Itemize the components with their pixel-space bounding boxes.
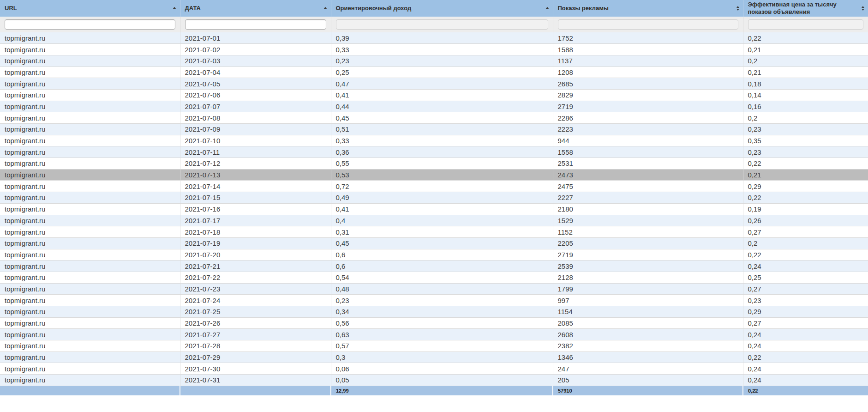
cell-url: topmigrant.ru	[0, 78, 180, 90]
table-row[interactable]: topmigrant.ru2021-07-010,3917520,22	[0, 32, 868, 44]
cell-cpm: 0,22	[743, 249, 868, 261]
filter-input-url[interactable]	[5, 19, 175, 30]
cell-income: 0,45	[331, 112, 553, 124]
filter-cell-cpm	[743, 17, 868, 32]
filter-cell-income	[331, 17, 553, 32]
totals-cell-cpm: 0,22	[743, 386, 868, 395]
cell-date: 2021-07-18	[180, 226, 331, 238]
table-row[interactable]: topmigrant.ru2021-07-040,2512080,21	[0, 67, 868, 78]
table-row[interactable]: topmigrant.ru2021-07-170,415290,26	[0, 215, 868, 226]
cell-impressions: 1208	[553, 67, 743, 78]
table-row[interactable]: topmigrant.ru2021-07-060,4128290,14	[0, 89, 868, 101]
table-row[interactable]: topmigrant.ru2021-07-190,4522050,2	[0, 237, 868, 249]
filter-input-impressions	[558, 19, 738, 30]
cell-date: 2021-07-29	[180, 351, 331, 363]
cell-impressions: 1152	[553, 226, 743, 238]
cell-income: 0,47	[331, 78, 553, 90]
cell-url: topmigrant.ru	[0, 375, 180, 386]
table-row[interactable]: topmigrant.ru2021-07-120,5525310,22	[0, 158, 868, 170]
cell-income: 0,4	[331, 215, 553, 226]
table-row[interactable]: topmigrant.ru2021-07-300,062470,24	[0, 363, 868, 375]
table-row[interactable]: topmigrant.ru2021-07-200,627190,22	[0, 249, 868, 261]
totals-cell-impressions: 57910	[553, 386, 743, 395]
cell-date: 2021-07-08	[180, 112, 331, 124]
totals-cell-url	[0, 386, 180, 395]
cell-income: 0,05	[331, 375, 553, 386]
filter-input-cpm	[748, 19, 864, 30]
table-row[interactable]: topmigrant.ru2021-07-240,239970,23	[0, 295, 868, 306]
column-header-cpm[interactable]: Эффективная цена за тысячу показов объяв…	[743, 0, 868, 17]
cell-impressions: 2473	[553, 169, 743, 181]
column-header-date[interactable]: ДАТА	[180, 0, 331, 17]
table-row[interactable]: topmigrant.ru2021-07-180,3111520,27	[0, 226, 868, 238]
cell-cpm: 0,29	[743, 181, 868, 192]
cell-income: 0,33	[331, 44, 553, 55]
cell-date: 2021-07-03	[180, 55, 331, 67]
cell-income: 0,06	[331, 363, 553, 375]
table-row[interactable]: topmigrant.ru2021-07-050,4726850,18	[0, 78, 868, 90]
filter-cell-url	[0, 17, 180, 32]
cell-cpm: 0,24	[743, 340, 868, 352]
cell-impressions: 1588	[553, 44, 743, 55]
column-header-url[interactable]: URL	[0, 0, 180, 17]
table-row[interactable]: topmigrant.ru2021-07-230,4817990,27	[0, 283, 868, 295]
table-row[interactable]: topmigrant.ru2021-07-290,313460,22	[0, 351, 868, 363]
table-row[interactable]: topmigrant.ru2021-07-220,5421280,25	[0, 272, 868, 283]
cell-income: 0,72	[331, 181, 553, 192]
cell-impressions: 2227	[553, 192, 743, 204]
cell-url: topmigrant.ru	[0, 44, 180, 55]
cell-date: 2021-07-09	[180, 124, 331, 135]
cell-income: 0,31	[331, 226, 553, 238]
cell-date: 2021-07-24	[180, 295, 331, 306]
cell-impressions: 2539	[553, 261, 743, 272]
cell-cpm: 0,18	[743, 78, 868, 90]
cell-income: 0,53	[331, 169, 553, 181]
cell-income: 0,63	[331, 329, 553, 340]
cell-date: 2021-07-01	[180, 32, 331, 44]
table-row[interactable]: topmigrant.ru2021-07-020,3315880,21	[0, 44, 868, 55]
table-row-selected[interactable]: topmigrant.ru2021-07-130,5324730,21	[0, 169, 868, 181]
cell-date: 2021-07-06	[180, 89, 331, 101]
cell-date: 2021-07-12	[180, 158, 331, 170]
cell-income: 0,36	[331, 146, 553, 158]
cell-url: topmigrant.ru	[0, 237, 180, 249]
cell-url: topmigrant.ru	[0, 181, 180, 192]
table-row[interactable]: topmigrant.ru2021-07-090,5122230,23	[0, 124, 868, 135]
column-header-impressions[interactable]: Показы рекламы	[553, 0, 743, 17]
cell-impressions: 2475	[553, 181, 743, 192]
table-row[interactable]: topmigrant.ru2021-07-030,2311370,2	[0, 55, 868, 67]
column-header-label: Показы рекламы	[558, 5, 734, 12]
column-header-income[interactable]: Ориентировочный доход	[331, 0, 553, 17]
table-row[interactable]: topmigrant.ru2021-07-280,5723820,24	[0, 340, 868, 352]
cell-url: topmigrant.ru	[0, 112, 180, 124]
table-row[interactable]: topmigrant.ru2021-07-080,4522860,2	[0, 112, 868, 124]
cell-cpm: 0,2	[743, 237, 868, 249]
table-row[interactable]: topmigrant.ru2021-07-210,625390,24	[0, 261, 868, 272]
cell-impressions: 1154	[553, 306, 743, 318]
cell-impressions: 944	[553, 135, 743, 146]
table-row[interactable]: topmigrant.ru2021-07-270,6326080,24	[0, 329, 868, 340]
sort-unsorted-icon	[862, 6, 864, 11]
cell-url: topmigrant.ru	[0, 249, 180, 261]
cell-cpm: 0,35	[743, 135, 868, 146]
cell-date: 2021-07-04	[180, 67, 331, 78]
table-row[interactable]: topmigrant.ru2021-07-260,5620850,27	[0, 317, 868, 329]
table-row[interactable]: topmigrant.ru2021-07-140,7224750,29	[0, 181, 868, 192]
table-row[interactable]: topmigrant.ru2021-07-110,3615580,23	[0, 146, 868, 158]
cell-cpm: 0,22	[743, 158, 868, 170]
table-row[interactable]: topmigrant.ru2021-07-160,4121800,19	[0, 203, 868, 215]
cell-date: 2021-07-30	[180, 363, 331, 375]
cell-income: 0,56	[331, 317, 553, 329]
cell-impressions: 2719	[553, 249, 743, 261]
cell-income: 0,3	[331, 351, 553, 363]
table-row[interactable]: topmigrant.ru2021-07-100,339440,35	[0, 135, 868, 146]
cell-income: 0,51	[331, 124, 553, 135]
table-row[interactable]: topmigrant.ru2021-07-070,4427190,16	[0, 101, 868, 112]
cell-impressions: 2685	[553, 78, 743, 90]
filter-input-date[interactable]	[185, 19, 326, 30]
table-row[interactable]: topmigrant.ru2021-07-310,052050,24	[0, 375, 868, 386]
sort-asc-icon	[173, 7, 176, 9]
cell-date: 2021-07-07	[180, 101, 331, 112]
table-row[interactable]: topmigrant.ru2021-07-150,4922270,22	[0, 192, 868, 204]
table-row[interactable]: topmigrant.ru2021-07-250,3411540,29	[0, 306, 868, 318]
